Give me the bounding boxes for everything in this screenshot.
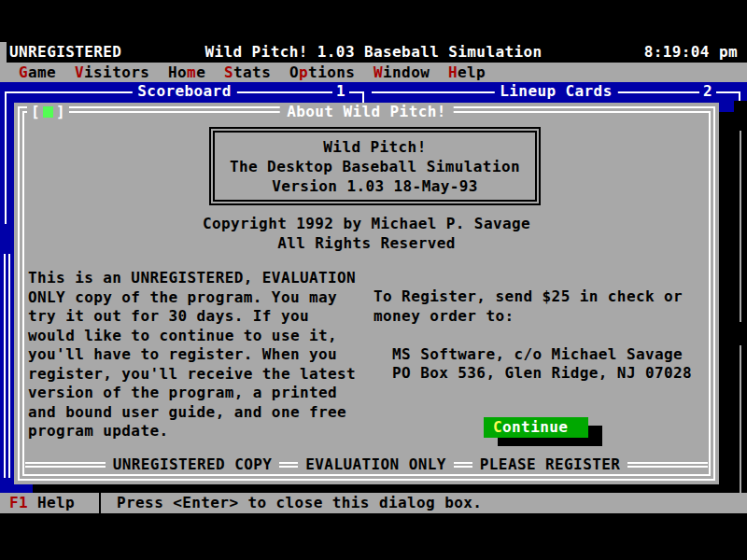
close-icon <box>43 106 53 118</box>
about-dialog: [] About Wild Pitch! Wild Pitch! The Des… <box>14 103 719 484</box>
registration-status: UNREGISTERED <box>9 42 121 63</box>
dialog-title: About Wild Pitch! <box>279 103 454 121</box>
window-number: 1 <box>332 82 349 101</box>
screen: Wild Pitch! 1.03 Baseball Simulation UNR… <box>0 0 747 560</box>
continue-button[interactable]: Continue <box>484 417 588 438</box>
window-frame-fragment <box>740 131 741 322</box>
menu-item-game[interactable]: Game <box>19 63 56 82</box>
title-bar: Wild Pitch! 1.03 Baseball Simulation UNR… <box>0 42 747 63</box>
window-title: Lineup Cards <box>494 82 617 101</box>
footer-label: UNREGISTERED COPY <box>106 456 280 473</box>
footer-label: EVALUATION ONLY <box>298 456 454 473</box>
window-frame-fragment <box>5 93 7 224</box>
footer-label: PLEASE REGISTER <box>472 456 628 473</box>
about-box: Wild Pitch! The Desktop Baseball Simulat… <box>209 127 541 205</box>
register-info: To Register, send $25 in check or money … <box>374 287 692 384</box>
close-button[interactable]: [] <box>27 103 69 121</box>
divider-line <box>454 462 472 468</box>
status-bar: F1 Help Press <Enter> to close this dial… <box>0 493 747 513</box>
divider-line <box>279 462 298 468</box>
clock: 8:19:04 pm <box>644 42 738 63</box>
window-frame-fragment <box>8 254 10 478</box>
divider-line <box>627 462 708 468</box>
window-frame-fragment <box>740 345 741 493</box>
window-titlebar-scoreboard[interactable]: Scoreboard 1 <box>5 82 364 103</box>
product-name: Wild Pitch! <box>215 137 535 157</box>
menu-item-options[interactable]: Options <box>289 63 355 82</box>
divider-line <box>25 462 106 468</box>
menu-item-stats[interactable]: Stats <box>224 63 271 82</box>
menu-item-visitors[interactable]: Visitors <box>75 63 149 82</box>
separator <box>99 493 101 513</box>
menu-bar: Game Visitors Home Stats Options Window … <box>0 63 747 82</box>
window-interior-fragment <box>734 101 747 493</box>
f1-help-shortcut-label[interactable]: Help <box>37 493 75 513</box>
footer-banner: UNREGISTERED COPY EVALUATION ONLY PLEASE… <box>25 456 708 473</box>
f1-help-shortcut-key[interactable]: F1 <box>9 493 28 513</box>
product-tagline: The Desktop Baseball Simulation <box>215 157 535 176</box>
window-number: 2 <box>699 82 716 101</box>
license-text: This is an UNREGISTERED, EVALUATION ONLY… <box>28 269 356 441</box>
menu-item-help[interactable]: Help <box>448 63 486 82</box>
product-version: Version 1.03 18-May-93 <box>215 176 535 196</box>
status-message: Press <Enter> to close this dialog box. <box>117 493 482 513</box>
window-frame-fragment <box>4 254 6 478</box>
menu-item-window[interactable]: Window <box>374 63 430 82</box>
window-frame-corner <box>362 91 364 103</box>
window-titlebar-lineup-cards[interactable]: Lineup Cards 2 <box>372 82 740 103</box>
menu-item-home[interactable]: Home <box>168 63 205 82</box>
copyright-text: Copyright 1992 by Michael P. Savage All … <box>14 214 719 253</box>
window-title: Scoreboard <box>132 82 236 101</box>
